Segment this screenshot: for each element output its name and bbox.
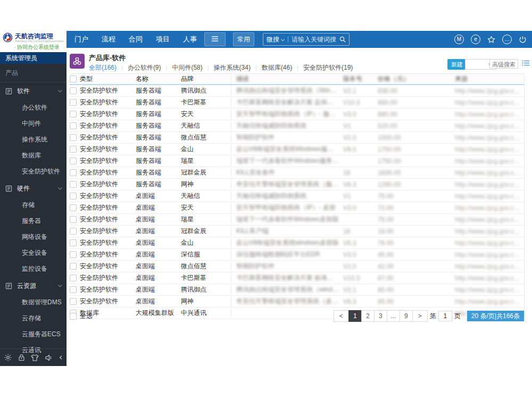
- sidebar-group-软件[interactable]: 软件: [0, 82, 66, 100]
- row-checkbox[interactable]: [70, 169, 77, 176]
- row-checkbox[interactable]: [70, 87, 77, 94]
- table-row[interactable]: 安全防护软件桌面端安天安天智甲终端防御系统（IP）- 桌面V3.072.00ht…: [70, 202, 524, 214]
- list-view-icon[interactable]: [522, 60, 529, 66]
- global-search[interactable]: 微搜 请输入关键词搜: [263, 33, 350, 46]
- row-checkbox[interactable]: [70, 122, 77, 129]
- sidebar-item-中间件[interactable]: 中间件: [0, 116, 66, 132]
- sidebar-item-安全设备[interactable]: 安全设备: [0, 245, 66, 261]
- table-row[interactable]: 安全防护软件桌面端卡巴斯基卡巴斯基网络安全解决方案 标准版 - KESV10.3…: [70, 272, 524, 284]
- page-button-1[interactable]: 1: [348, 310, 362, 322]
- chat-icon[interactable]: e: [471, 35, 480, 44]
- page-button-2[interactable]: 2: [361, 310, 375, 322]
- sidebar-item-数据库[interactable]: 数据库: [0, 148, 66, 164]
- tab-5[interactable]: 数据库(46): [251, 63, 292, 72]
- row-checkbox[interactable]: [70, 239, 77, 246]
- star-icon[interactable]: [487, 36, 495, 44]
- speaker-icon[interactable]: [45, 354, 53, 361]
- cell-name: 服务器端: [136, 110, 181, 119]
- nav-item-2[interactable]: 流程: [102, 35, 115, 44]
- table-row[interactable]: 安全防护软件服务器端金山金山V8终端安全系统Windows服务器版V6.0175…: [70, 144, 524, 155]
- prev-page-button[interactable]: <: [334, 310, 349, 322]
- table-row[interactable]: 安全防护软件桌面端冠群金辰KILL客户端1618.00http://www.zj…: [70, 226, 524, 237]
- table-row[interactable]: 安全防护软件服务器端卡巴斯基卡巴斯基网络安全解决方案 反病毒变体V10.3850…: [70, 97, 524, 109]
- sidebar-item-安全防护软件[interactable]: 安全防护软件: [0, 164, 66, 180]
- tab-2[interactable]: 办公软件(9): [117, 63, 161, 72]
- row-checkbox[interactable]: [70, 286, 77, 293]
- table-row[interactable]: 安全防护软件服务器端微点佰慧智能防护软件V2.01000.00http://ww…: [70, 132, 524, 144]
- tab-4[interactable]: 操作系统(34): [203, 63, 251, 72]
- row-checkbox[interactable]: [70, 263, 77, 270]
- hamburger-button[interactable]: [204, 32, 226, 46]
- select-all-checkbox[interactable]: [70, 313, 77, 320]
- sidebar-item-云服务器ECS[interactable]: 云服务器ECS: [0, 327, 66, 343]
- table-row[interactable]: 安全防护软件桌面端天融信天融信终端威胁防御系统V175.00http://www…: [70, 190, 524, 202]
- cell-price: 75.00: [378, 193, 455, 200]
- table-row[interactable]: 安全防护软件桌面端腾讯御点腾讯御点终端安全管理系统（windows版）V2.1V…: [70, 284, 524, 296]
- table-row[interactable]: 安全防护软件桌面端瑞星瑞星下一代杀毒软件Windows桌面版75.00http:…: [70, 214, 524, 226]
- sidebar-item-服务器[interactable]: 服务器: [0, 213, 66, 229]
- table-row[interactable]: 安全防护软件服务器端网神奇安信天擎终端安全管理系统（服务器）V6.31290.0…: [70, 179, 524, 190]
- tab-6[interactable]: 安全防护软件(19): [292, 63, 353, 72]
- sidebar-item-操作系统[interactable]: 操作系统: [0, 132, 66, 148]
- row-checkbox[interactable]: [70, 146, 77, 153]
- table-row[interactable]: 安全防护软件桌面端网神奇安信天擎终端安全管理系统（桌面版）V6.385.00ht…: [70, 296, 524, 307]
- cell-source: http://www.zjcg.gov.cn/cjgg/: [455, 298, 524, 305]
- table-row[interactable]: 安全防护软件服务器端安天安天智甲终端防御系统（IP）- 服务器V3.0680.0…: [70, 109, 524, 120]
- new-button[interactable]: 新建: [447, 59, 467, 70]
- table-row[interactable]: 安全防护软件服务器端腾讯御点腾讯御点终端安全管理系统（Windows版）V2.1…: [70, 85, 524, 97]
- row-checkbox[interactable]: [70, 204, 77, 211]
- page-button-3[interactable]: 3: [374, 310, 387, 322]
- table-row[interactable]: 安全防护软件桌面端深信服深信服终端检测响应平台EDRV3.045.00http:…: [70, 249, 524, 261]
- page-size-badge[interactable]: 20 条/页|共166条: [467, 311, 524, 321]
- row-checkbox[interactable]: [70, 134, 77, 141]
- table-row[interactable]: 安全防护软件服务器端天融信天融信终端威胁防御系统V1520.00http://w…: [70, 120, 524, 132]
- row-checkbox[interactable]: [70, 216, 77, 223]
- theme-icon[interactable]: [31, 354, 39, 361]
- oa-login-link[interactable]: · 协同办公系统登录: [0, 43, 66, 51]
- row-checkbox[interactable]: [70, 99, 77, 106]
- nav-item-1[interactable]: 门户: [74, 35, 88, 44]
- sidebar-item-数据管理DMS[interactable]: 数据管理DMS: [0, 295, 66, 311]
- row-checkbox-cell: [70, 251, 80, 258]
- sidebar-group-硬件[interactable]: 硬件: [0, 180, 66, 197]
- nav-item-5[interactable]: 人事: [183, 35, 197, 44]
- row-checkbox[interactable]: [70, 251, 77, 258]
- lock-icon[interactable]: [18, 354, 25, 361]
- sidebar-group-云资源[interactable]: 云资源: [0, 277, 66, 295]
- search-scope-dropdown[interactable]: 微搜: [267, 35, 285, 44]
- table-row[interactable]: 安全防护软件服务器端冠群金辰KILL安全套件161635.00http://ww…: [70, 167, 524, 179]
- nav-item-4[interactable]: 项目: [156, 35, 170, 44]
- sidebar-item-云存储[interactable]: 云存储: [0, 311, 66, 327]
- row-checkbox[interactable]: [70, 111, 77, 118]
- sidebar-item-办公软件[interactable]: 办公软件: [0, 100, 66, 116]
- sidebar-item-存储[interactable]: 存储: [0, 197, 66, 213]
- nav-item-3[interactable]: 合同: [129, 35, 143, 44]
- header-checkbox[interactable]: [70, 76, 77, 82]
- tab-3[interactable]: 中间件(58): [161, 63, 203, 72]
- message-icon[interactable]: M: [454, 35, 464, 44]
- search-input[interactable]: 请输入关键词搜: [292, 35, 336, 44]
- row-checkbox[interactable]: [70, 298, 77, 305]
- tab-1[interactable]: 全部(166): [89, 63, 117, 72]
- sidebar-item-网络设备[interactable]: 网络设备: [0, 229, 66, 245]
- collapse-icon[interactable]: [59, 355, 62, 360]
- row-checkbox[interactable]: [70, 157, 77, 164]
- table-row[interactable]: 安全防护软件桌面端金山金山V8终端安全系统windows桌面版V6.376.00…: [70, 237, 524, 249]
- table-row[interactable]: 安全防护软件桌面端微点佰慧智能防护软件V2.042.00http://www.z…: [70, 261, 524, 272]
- next-page-button[interactable]: >: [412, 310, 428, 322]
- cell-brand: 金山: [181, 145, 231, 154]
- sidebar-item-监控设备[interactable]: 监控设备: [0, 261, 66, 277]
- table-row[interactable]: 安全防护软件服务器端瑞星瑞星下一代杀毒软件Windows服务器版1750.00h…: [70, 155, 524, 167]
- row-checkbox[interactable]: [70, 193, 77, 200]
- advanced-search-button[interactable]: 高级搜索: [489, 59, 518, 69]
- power-icon[interactable]: [519, 36, 527, 44]
- row-checkbox[interactable]: [70, 181, 77, 188]
- product-table: 类型名称品牌描述版本号价格（元）来源 安全防护软件服务器端腾讯御点腾讯御点终端安…: [70, 73, 525, 319]
- row-checkbox[interactable]: [70, 275, 77, 281]
- gear-icon[interactable]: [4, 354, 12, 361]
- favorites-button[interactable]: 常用: [233, 32, 254, 46]
- more-icon[interactable]: …: [502, 35, 512, 44]
- page-number-input[interactable]: 1: [438, 311, 452, 321]
- page-button-9[interactable]: 9: [400, 310, 413, 322]
- row-checkbox[interactable]: [70, 228, 77, 235]
